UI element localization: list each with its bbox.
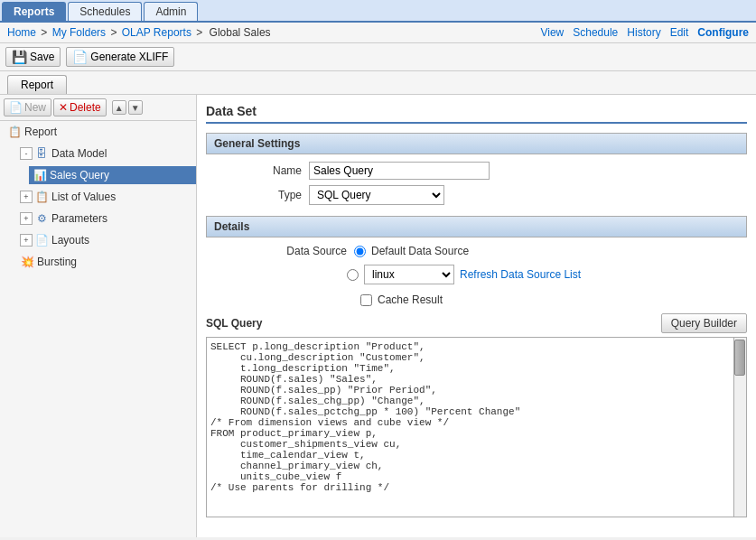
name-row: Name [206, 162, 747, 180]
tree-sales-query: 📊 Sales Query [29, 164, 196, 186]
data-source-label: Data Source [275, 245, 347, 257]
sql-textarea[interactable] [207, 338, 733, 517]
query-builder-button[interactable]: Query Builder [661, 313, 747, 333]
nav-edit[interactable]: Edit [670, 26, 689, 39]
expand-params[interactable]: + [20, 212, 33, 225]
tree-report: 📋 Report [4, 121, 196, 143]
dataset-title: Data Set [206, 104, 747, 124]
expand-layouts[interactable]: + [20, 234, 33, 247]
breadcrumb-current: Global Sales [210, 26, 271, 39]
bursting-icon: 💥 [20, 255, 34, 269]
default-source-radio[interactable] [354, 246, 366, 257]
nav-actions: View Schedule History Edit Configure [540, 26, 749, 39]
move-down-button[interactable]: ▼ [128, 100, 143, 115]
tab-admin[interactable]: Admin [144, 2, 198, 21]
tree-layouts: + 📄 Layouts [16, 229, 196, 251]
layouts-icon: 📄 [34, 233, 49, 247]
tab-schedules[interactable]: Schedules [68, 2, 142, 21]
data-model-icon: 🗄 [34, 146, 49, 161]
nav-history[interactable]: History [627, 26, 660, 39]
tree-row-report[interactable]: 📋 Report [4, 123, 196, 141]
sidebar: 📄 New ✕ Delete ▲ ▼ 📋 Report - 🗄 Dat [0, 95, 197, 537]
breadcrumb: Home > My Folders > OLAP Reports > Globa… [7, 26, 273, 39]
tree-parameters: + ⚙ Parameters [16, 208, 196, 229]
delete-button[interactable]: ✕ Delete [53, 98, 107, 116]
details-header: Details [206, 216, 747, 237]
general-settings-section: General Settings Name Type SQL Query MDX… [206, 133, 747, 205]
sql-container [206, 337, 747, 517]
breadcrumb-home[interactable]: Home [7, 26, 36, 39]
name-input[interactable] [309, 162, 490, 180]
report-tab-bar: Report [0, 71, 756, 95]
datasource-select[interactable]: linux [364, 265, 454, 284]
scrollbar-track[interactable] [733, 338, 746, 517]
general-settings-header: General Settings [206, 133, 747, 154]
tree-row-list-of-values[interactable]: + 📋 List of Values [16, 188, 196, 206]
sales-query-icon: 📊 [33, 168, 47, 182]
default-source-row: Default Data Source [354, 245, 469, 257]
scrollbar-thumb[interactable] [734, 340, 745, 376]
tree-data-model: - 🗄 Data Model [16, 143, 196, 164]
lov-icon: 📋 [34, 190, 49, 204]
data-source-group: Data Source Default Data Source linux Re… [206, 245, 747, 306]
cache-result-label: Cache Result [378, 293, 443, 306]
nav-schedule[interactable]: Schedule [573, 26, 618, 39]
nav-configure[interactable]: Configure [697, 26, 749, 39]
move-up-button[interactable]: ▲ [112, 100, 126, 115]
tab-report[interactable]: Report [7, 75, 67, 94]
breadcrumb-olap[interactable]: OLAP Reports [122, 26, 191, 39]
expand-lov[interactable]: + [20, 191, 33, 203]
tree-list-of-values: + 📋 List of Values [16, 186, 196, 208]
breadcrumb-myfolders[interactable]: My Folders [52, 26, 106, 39]
type-row: Type SQL Query MDX Query HTTP (XML Feed)… [206, 185, 747, 205]
tree-bursting: 💥 Bursting [16, 251, 196, 273]
tree-row-sales-query[interactable]: 📊 Sales Query [29, 166, 196, 184]
delete-icon: ✕ [59, 101, 68, 114]
report-icon: 📋 [7, 125, 22, 139]
new-button[interactable]: 📄 New [4, 98, 51, 116]
details-section: Details Data Source Default Data Source … [206, 216, 747, 517]
sql-query-title: SQL Query [206, 317, 262, 330]
tree-row-bursting[interactable]: 💥 Bursting [16, 253, 196, 271]
linux-source-radio[interactable] [347, 269, 359, 281]
save-button[interactable]: 💾 Save [5, 47, 61, 67]
generate-xliff-button[interactable]: 📄 Generate XLIFF [66, 47, 174, 67]
toolbar: 💾 Save 📄 Generate XLIFF [0, 43, 756, 71]
sql-section: SQL Query Query Builder [206, 313, 747, 517]
cache-result-checkbox[interactable] [360, 294, 372, 306]
content-area: Data Set General Settings Name Type SQL … [197, 95, 756, 537]
tree-row-parameters[interactable]: + ⚙ Parameters [16, 209, 196, 228]
save-icon: 💾 [12, 50, 27, 64]
refresh-datasource-link[interactable]: Refresh Data Source List [460, 268, 581, 281]
default-source-label: Default Data Source [371, 245, 469, 257]
tree-row-data-model[interactable]: - 🗄 Data Model [16, 144, 196, 163]
xliff-icon: 📄 [72, 50, 88, 64]
cache-result-row: Cache Result [220, 293, 747, 306]
tree-row-layouts[interactable]: + 📄 Layouts [16, 231, 196, 249]
name-label: Name [220, 164, 302, 177]
type-label: Type [220, 189, 302, 201]
sidebar-toolbar: 📄 New ✕ Delete ▲ ▼ [0, 95, 196, 121]
params-icon: ⚙ [34, 211, 49, 226]
type-select[interactable]: SQL Query MDX Query HTTP (XML Feed) Orac… [309, 185, 444, 205]
new-icon: 📄 [9, 101, 23, 114]
sql-header: SQL Query Query Builder [206, 313, 747, 333]
expand-data-model[interactable]: - [20, 147, 33, 160]
tab-reports[interactable]: Reports [2, 2, 66, 21]
nav-view[interactable]: View [540, 26, 564, 39]
